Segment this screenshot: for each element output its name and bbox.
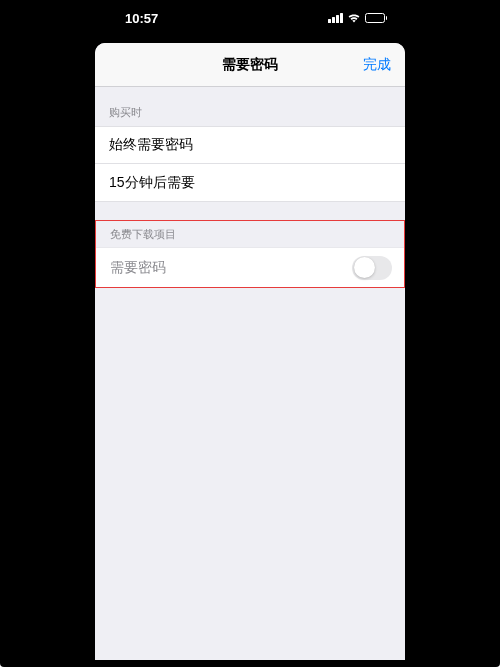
done-button[interactable]: 完成 <box>363 56 405 74</box>
battery-icon <box>365 13 388 23</box>
option-after-15-min[interactable]: 15分钟后需要 <box>95 164 405 202</box>
phone-screen: 10:57 <box>95 0 405 660</box>
wifi-icon <box>347 13 361 23</box>
status-indicators <box>256 13 387 23</box>
section-label-purchase: 购买时 <box>95 87 405 126</box>
purchase-options-group: 始终需要密码 15分钟后需要 <box>95 126 405 202</box>
status-bar: 10:57 <box>95 0 405 36</box>
toggle-label: 需要密码 <box>110 259 166 277</box>
page-title: 需要密码 <box>95 56 405 74</box>
require-password-toggle[interactable] <box>352 256 392 280</box>
toggle-knob <box>354 257 375 278</box>
phone-frame: 10:57 <box>0 0 500 667</box>
settings-modal: 需要密码 完成 购买时 始终需要密码 15分钟后需要 免费下载项目 需要密码 <box>95 43 405 660</box>
status-time: 10:57 <box>113 11 256 26</box>
section-label-free-downloads: 免费下载项目 <box>96 221 404 247</box>
signal-icon <box>328 13 343 23</box>
modal-header: 需要密码 完成 <box>95 43 405 87</box>
option-always-require[interactable]: 始终需要密码 <box>95 126 405 164</box>
require-password-row[interactable]: 需要密码 <box>96 247 404 287</box>
highlight-annotation: 免费下载项目 需要密码 <box>95 220 405 288</box>
